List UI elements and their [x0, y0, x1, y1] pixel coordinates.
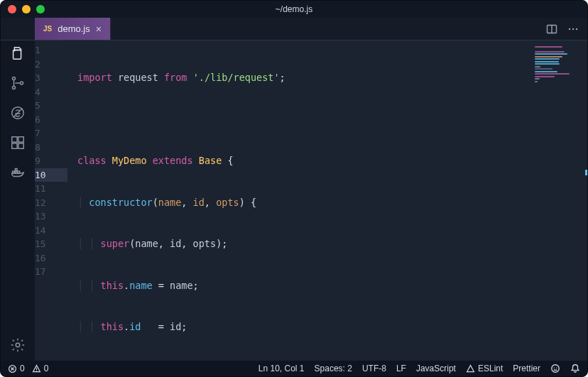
status-warnings[interactable]: 0: [32, 364, 49, 373]
line-number: 5: [35, 99, 67, 113]
line-number: 2: [35, 58, 67, 72]
line-number: 7: [35, 126, 67, 141]
line-number: 10: [35, 168, 67, 182]
window-controls: [1, 5, 45, 13]
line-number: 3: [35, 71, 67, 85]
status-prettier[interactable]: Prettier: [513, 364, 540, 373]
svg-rect-24: [36, 370, 37, 371]
status-errors[interactable]: 0: [8, 364, 25, 373]
svg-rect-12: [18, 137, 23, 142]
close-window-icon[interactable]: [8, 5, 16, 13]
line-number: 8: [35, 141, 67, 155]
svg-rect-18: [15, 169, 17, 171]
svg-point-6: [12, 77, 15, 80]
svg-point-26: [554, 367, 555, 368]
split-editor-icon[interactable]: [546, 23, 557, 35]
status-bell-icon[interactable]: [570, 364, 580, 373]
layout-icon[interactable]: [9, 134, 26, 151]
status-bar: 0 0 Ln 10, Col 1 Spaces: 2 UTF-8 LF Java…: [1, 361, 587, 376]
tab-row: JS demo.js ×: [1, 18, 587, 40]
status-language[interactable]: JavaScript: [416, 364, 456, 373]
no-bugs-icon[interactable]: [9, 104, 26, 121]
code-editor[interactable]: 1 2 3 4 5 6 7 8 9 10 11 12 13 14 15 16 1…: [35, 40, 587, 361]
line-number: 4: [35, 85, 67, 99]
line-number: 6: [35, 113, 67, 127]
vscode-window: ~/demo.js JS demo.js ×: [0, 0, 588, 377]
svg-point-2: [569, 28, 570, 29]
svg-point-27: [556, 367, 557, 368]
line-number: 14: [35, 224, 67, 238]
status-eslint[interactable]: ESLint: [466, 364, 503, 373]
line-number: 11: [35, 182, 67, 196]
status-indent[interactable]: Spaces: 2: [315, 364, 352, 373]
line-number: 16: [35, 251, 67, 266]
svg-point-25: [552, 365, 560, 373]
svg-point-4: [576, 28, 577, 29]
tab-label: demo.js: [58, 23, 90, 34]
svg-rect-23: [36, 367, 37, 369]
warning-count: 0: [44, 364, 49, 373]
tab-demo-js[interactable]: JS demo.js ×: [35, 18, 111, 40]
svg-rect-11: [12, 137, 17, 142]
settings-gear-icon[interactable]: [9, 337, 26, 354]
line-number: 13: [35, 209, 67, 224]
docker-icon[interactable]: [9, 164, 26, 181]
line-number: 9: [35, 154, 67, 168]
activity-bar: [1, 40, 35, 361]
status-cursor-position[interactable]: Ln 10, Col 1: [258, 364, 305, 373]
status-feedback-icon[interactable]: [550, 364, 560, 373]
line-number-gutter: 1 2 3 4 5 6 7 8 9 10 11 12 13 14 15 16 1…: [35, 40, 77, 361]
status-encoding[interactable]: UTF-8: [362, 364, 386, 373]
window-title: ~/demo.js: [1, 4, 587, 14]
svg-point-7: [12, 86, 15, 89]
minimap[interactable]: [535, 45, 584, 94]
line-number: 15: [35, 237, 67, 251]
tab-actions: [538, 18, 587, 40]
zoom-window-icon[interactable]: [36, 5, 45, 13]
svg-point-8: [20, 82, 23, 84]
svg-point-19: [16, 343, 20, 347]
source-control-icon[interactable]: [9, 75, 26, 92]
code-content[interactable]: import request from './lib/request'; cla…: [77, 40, 587, 361]
line-number: 17: [35, 265, 67, 279]
line-number: 12: [35, 196, 67, 210]
more-actions-icon[interactable]: [567, 23, 579, 35]
svg-rect-5: [13, 50, 21, 59]
error-count: 0: [20, 364, 25, 373]
explorer-icon[interactable]: [9, 45, 26, 62]
status-eol[interactable]: LF: [396, 364, 406, 373]
title-bar: ~/demo.js: [1, 1, 587, 18]
svg-rect-14: [18, 143, 23, 148]
js-file-icon: JS: [43, 25, 52, 33]
svg-rect-13: [12, 143, 17, 148]
workbench-body: 1 2 3 4 5 6 7 8 9 10 11 12 13 14 15 16 1…: [1, 40, 587, 361]
line-number: 1: [35, 43, 67, 58]
svg-point-3: [572, 28, 574, 29]
tab-close-icon[interactable]: ×: [96, 23, 102, 35]
minimize-window-icon[interactable]: [22, 5, 31, 13]
